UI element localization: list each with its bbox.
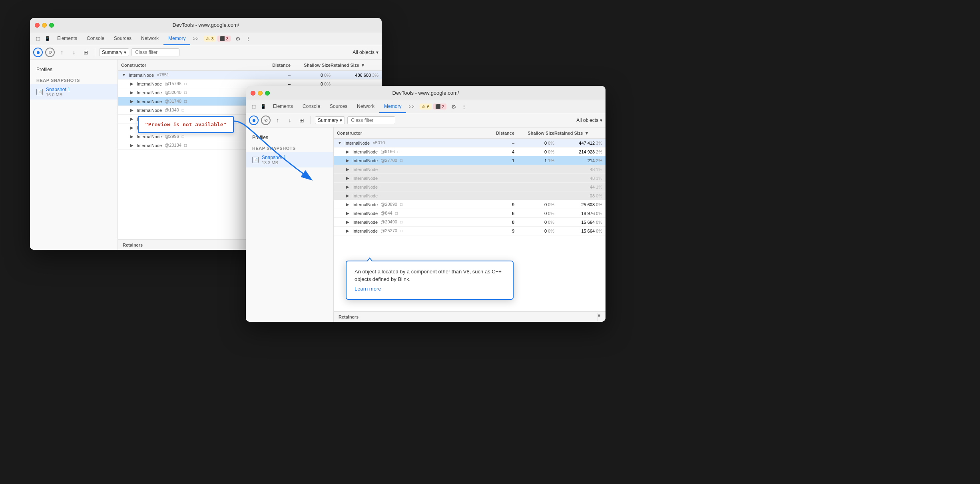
col-distance-1: Distance xyxy=(259,63,291,68)
stop-btn-2[interactable]: ⊘ xyxy=(261,116,271,125)
inspect-icon[interactable]: ⬚ xyxy=(33,34,43,44)
summary-dropdown-1[interactable]: Summary ▾ xyxy=(99,48,129,56)
download-btn-2[interactable]: ↓ xyxy=(285,116,295,125)
expand-icon-w2-1[interactable]: ▶ xyxy=(345,149,351,155)
device-icon-2[interactable]: 📱 xyxy=(259,102,268,112)
all-objects-label-2: All objects xyxy=(576,118,598,123)
maximize-button-1[interactable] xyxy=(49,23,54,28)
tab-console-2[interactable]: Console xyxy=(298,100,325,113)
upload-btn-2[interactable]: ↑ xyxy=(273,116,283,125)
snapshot-icon-2: 📄 xyxy=(252,157,259,163)
window-title-1: DevTools - www.google.com/ xyxy=(173,22,239,28)
tab-elements-1[interactable]: Elements xyxy=(52,32,82,45)
row3-constructor: ▶ InternalNode @31740 □ xyxy=(121,99,259,104)
expand-icon-5[interactable]: ▶ xyxy=(129,116,135,122)
tab-sources-1[interactable]: Sources xyxy=(109,32,136,45)
warning-count-1: 3 xyxy=(211,36,213,41)
snapshot1-item-1[interactable]: 📄 Snapshot 1 16.0 MB xyxy=(30,84,118,100)
class-filter-input-2[interactable] xyxy=(347,116,395,124)
expand-icon-6[interactable]: ▶ xyxy=(129,125,135,131)
snapshot1-info-1: Snapshot 1 16.0 MB xyxy=(46,87,70,97)
expand-icon-7[interactable]: ▶ xyxy=(129,134,135,139)
summary-chevron-2: ▾ xyxy=(340,118,342,123)
grid-btn-2[interactable]: ⊞ xyxy=(297,116,307,125)
row1-constructor: ▶ InternalNode @15798 □ xyxy=(121,81,259,87)
expand-icon-2[interactable]: ▶ xyxy=(129,90,135,96)
tab-bar-2: ⬚ 📱 Elements Console Sources Network Mem… xyxy=(246,100,606,113)
row8-constructor: ▶ InternalNode @20134 □ xyxy=(121,143,259,148)
profiles-label-2: Profiles xyxy=(246,132,333,143)
record-btn-2[interactable]: ⏺ xyxy=(249,116,259,125)
expand-icon-w2-2[interactable]: ▶ xyxy=(345,158,351,163)
traffic-lights-2 xyxy=(251,91,270,96)
expand-icon-w2-0[interactable]: ▼ xyxy=(337,140,343,146)
row7-constructor: ▶ InternalNode @2996 □ xyxy=(121,134,259,139)
record-btn-1[interactable]: ⏺ xyxy=(33,48,43,57)
snapshot1-size-1: 16.0 MB xyxy=(46,92,70,97)
learn-more-link[interactable]: Learn more xyxy=(355,285,381,293)
tab-sources-2[interactable]: Sources xyxy=(325,100,352,113)
more-icon-2[interactable]: ⋮ xyxy=(460,104,468,110)
minimize-button-1[interactable] xyxy=(42,23,47,28)
more-tabs-icon-2[interactable]: >> xyxy=(406,104,416,110)
table-row[interactable]: ▼ InternalNode ×7851 – 0 0% 486 608 3% xyxy=(118,71,382,80)
titlebar-1: DevTools - www.google.com/ xyxy=(30,18,382,32)
table-row[interactable]: ▶ InternalNode @9166 □ 4 0 0% 214 928 2% xyxy=(334,147,606,156)
summary-dropdown-2[interactable]: Summary ▾ xyxy=(315,116,345,124)
expand-icon-w2-10[interactable]: ▶ xyxy=(345,228,351,234)
row0-retained: 486 608 3% xyxy=(331,73,378,78)
inspect-icon-2[interactable]: ⬚ xyxy=(249,102,259,112)
expand-icon-1[interactable]: ▶ xyxy=(129,81,135,87)
summary-label-2: Summary xyxy=(318,118,338,123)
minimize-button-2[interactable] xyxy=(258,91,263,96)
tab-elements-2[interactable]: Elements xyxy=(268,100,298,113)
table-row[interactable]: ▶ InternalNode 44 1% xyxy=(334,183,606,191)
all-objects-dropdown-1[interactable]: All objects ▾ xyxy=(353,50,378,55)
table-row[interactable]: ▶ InternalNode @25270 □ 9 0 0% 15 664 0% xyxy=(334,227,606,235)
settings-icon-2[interactable]: ⚙ xyxy=(450,104,458,110)
table-row[interactable]: ▶ InternalNode @844 □ 6 0 0% 18 976 0% xyxy=(334,209,606,218)
snapshot1-info-2: Snapshot 1 13.3 MB xyxy=(262,155,286,165)
class-filter-input-1[interactable] xyxy=(131,48,179,56)
sidebar-2: Profiles HEAP SNAPSHOTS 📄 Snapshot 1 13.… xyxy=(246,127,334,322)
expand-icon-0[interactable]: ▼ xyxy=(121,72,127,78)
tab-memory-1[interactable]: Memory xyxy=(163,32,190,45)
device-icon[interactable]: 📱 xyxy=(43,34,52,44)
table-row[interactable]: ▶ InternalNode @27700 □ 1 1 1% 214 2% xyxy=(334,156,606,165)
snapshot1-item-2[interactable]: 📄 Snapshot 1 13.3 MB xyxy=(246,152,333,167)
expand-icon-w2-8[interactable]: ▶ xyxy=(345,211,351,216)
expand-icon-w2-9[interactable]: ▶ xyxy=(345,219,351,225)
memory-toolbar-1: ⏺ ⊘ ↑ ↓ ⊞ Summary ▾ All objects ▾ xyxy=(30,45,382,60)
expand-icon-w2-7[interactable]: ▶ xyxy=(345,202,351,207)
table-row[interactable]: ▶ InternalNode 48 1% xyxy=(334,174,606,183)
tab-network-2[interactable]: Network xyxy=(352,100,379,113)
expand-icon-4[interactable]: ▶ xyxy=(129,108,135,113)
tab-bar-1: ⬚ 📱 Elements Console Sources Network Mem… xyxy=(30,32,382,45)
maximize-button-2[interactable] xyxy=(265,91,270,96)
scrollbar-handle[interactable]: ≡ xyxy=(598,313,601,321)
table-row[interactable]: ▶ InternalNode 48 1% xyxy=(334,165,606,174)
table-row[interactable]: ▶ InternalNode @20890 □ 9 0 0% 25 608 0% xyxy=(334,200,606,209)
close-button-2[interactable] xyxy=(251,91,255,96)
upload-btn-1[interactable]: ↑ xyxy=(57,48,67,57)
row2-constructor: ▶ InternalNode @32040 □ xyxy=(121,90,259,96)
more-icon-1[interactable]: ⋮ xyxy=(244,36,253,42)
expand-icon-3[interactable]: ▶ xyxy=(129,99,135,104)
tab-network-1[interactable]: Network xyxy=(136,32,163,45)
more-tabs-icon-1[interactable]: >> xyxy=(190,36,201,42)
col-retained-1: Retained Size ▼ xyxy=(331,63,378,68)
all-objects-dropdown-2[interactable]: All objects ▾ xyxy=(576,118,602,123)
expand-icon-8[interactable]: ▶ xyxy=(129,143,135,148)
table-row[interactable]: ▼ InternalNode ×5010 – 0 0% 447 412 3% xyxy=(334,139,606,147)
close-button-1[interactable] xyxy=(35,23,40,28)
table-row[interactable]: ▶ InternalNode @20490 □ 8 0 0% 15 664 0% xyxy=(334,218,606,227)
download-btn-1[interactable]: ↓ xyxy=(69,48,79,57)
settings-icon-1[interactable]: ⚙ xyxy=(234,36,242,42)
table-row[interactable]: ▶ InternalNode 08 0% xyxy=(334,191,606,200)
stop-btn-1[interactable]: ⊘ xyxy=(45,48,55,57)
grid-btn-1[interactable]: ⊞ xyxy=(81,48,91,57)
tab-memory-2[interactable]: Memory xyxy=(379,100,406,113)
tab-console-1[interactable]: Console xyxy=(82,32,109,45)
row4-constructor: ▶ InternalNode @1040 □ xyxy=(121,108,259,113)
retainers-bar-2: Retainers ≡ xyxy=(334,311,606,322)
